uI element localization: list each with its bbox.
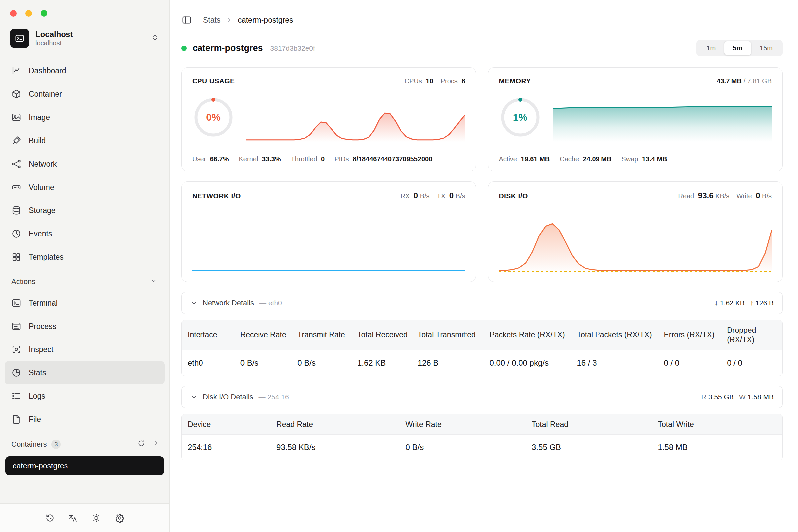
- close-button[interactable]: [10, 10, 17, 17]
- network-details-table: Interface Receive Rate Transmit Rate Tot…: [181, 320, 783, 376]
- sidebar: Localhost localhost Dashboard Container …: [0, 0, 170, 532]
- tx-unit: B/s: [456, 192, 465, 200]
- container-id: 3817d3b32e0f: [270, 44, 315, 52]
- theme-sun-icon[interactable]: [92, 513, 101, 523]
- cpu-gauge: 0%: [192, 96, 235, 139]
- refresh-icon[interactable]: [137, 439, 145, 449]
- cpu-footer-stats: User:66.7% Kernel:33.3% Throttled:0 PIDs…: [192, 155, 465, 163]
- host-switcher[interactable]: Localhost localhost: [10, 28, 159, 48]
- sidebar-item-label: Templates: [28, 253, 63, 262]
- disk-details-toggle[interactable]: Disk I/O Details — 254:16 R3.55 GB W1.58…: [181, 386, 783, 408]
- disk-details-table: Device Read Rate Write Rate Total Read T…: [181, 414, 783, 460]
- disk-details-summary: R3.55 GB W1.58 MB: [701, 393, 774, 401]
- actions-group: Terminal Process Inspect Stats Logs File: [0, 291, 169, 431]
- breadcrumb-current: caterm-postgres: [238, 16, 293, 25]
- chevron-down-icon: [150, 277, 157, 286]
- rx-label: RX:: [400, 192, 411, 200]
- sidebar-item-process[interactable]: Process: [5, 315, 165, 338]
- network-details-subtitle: — eth0: [259, 299, 282, 307]
- build-icon: [11, 136, 21, 146]
- memory-card: MEMORY 43.7 MB / 7.81 GB 1%: [488, 68, 783, 171]
- write-value: 0: [756, 191, 760, 200]
- sidebar-item-events[interactable]: Events: [5, 222, 165, 245]
- sidebar-item-image[interactable]: Image: [5, 106, 165, 129]
- sidebar-item-logs[interactable]: Logs: [5, 384, 165, 407]
- settings-gear-icon[interactable]: [115, 513, 125, 523]
- container-icon: [11, 89, 21, 99]
- sidebar-item-label: Inspect: [28, 345, 53, 354]
- main-content: Stats caterm-postgres caterm-postgres 38…: [170, 0, 798, 532]
- disk-io-sparkline: [499, 206, 772, 274]
- sidebar-item-storage[interactable]: Storage: [5, 199, 165, 222]
- sidebar-item-build[interactable]: Build: [5, 129, 165, 152]
- network-details-toggle[interactable]: Network Details — eth0 ↓ 1.62 KB ↑ 126 B: [181, 292, 783, 314]
- sidebar-toggle-icon[interactable]: [181, 15, 192, 25]
- tx-value: 0: [449, 191, 454, 200]
- zoom-button[interactable]: [41, 10, 47, 17]
- topbar: Stats caterm-postgres: [181, 13, 783, 27]
- memory-used: 43.7 MB: [717, 77, 742, 85]
- sidebar-item-label: Build: [28, 136, 45, 145]
- chevron-right-icon[interactable]: [152, 439, 160, 449]
- dashboard-icon: [11, 66, 21, 76]
- read-unit: KB/s: [715, 192, 729, 200]
- window-controls: [0, 0, 169, 17]
- sidebar-item-templates[interactable]: Templates: [5, 245, 165, 269]
- sidebar-item-container[interactable]: Container: [5, 82, 165, 106]
- rx-total: ↓ 1.62 KB: [715, 299, 745, 307]
- read-label: Read:: [678, 192, 696, 200]
- card-title: MEMORY: [499, 77, 531, 85]
- sidebar-item-volume[interactable]: Volume: [5, 175, 165, 199]
- status-running-dot: [181, 45, 187, 51]
- sidebar-item-label: Volume: [28, 183, 54, 192]
- storage-icon: [11, 206, 21, 215]
- sidebar-item-label: File: [28, 415, 41, 424]
- history-icon[interactable]: [45, 513, 55, 523]
- table-header-row: Device Read Rate Write Rate Total Read T…: [182, 414, 782, 435]
- procs-value: 8: [461, 77, 465, 85]
- host-icon: [10, 28, 29, 48]
- read-value: 93.6: [698, 191, 714, 200]
- cpus-label: CPUs:: [405, 77, 424, 85]
- breadcrumb-section[interactable]: Stats: [203, 16, 221, 25]
- sidebar-item-terminal[interactable]: Terminal: [5, 291, 165, 315]
- memory-footer-stats: Active:19.61 MB Cache:24.09 MB Swap:13.4…: [499, 155, 772, 163]
- sidebar-item-file[interactable]: File: [5, 407, 165, 431]
- write-label: Write:: [737, 192, 754, 200]
- sidebar-item-label: Container: [28, 90, 62, 99]
- card-title: DISK I/O: [499, 192, 528, 200]
- card-title: NETWORK I/O: [192, 192, 241, 200]
- network-details-summary: ↓ 1.62 KB ↑ 126 B: [715, 299, 774, 307]
- cpu-gauge-value: 0%: [192, 96, 235, 139]
- sidebar-item-dashboard[interactable]: Dashboard: [5, 59, 165, 82]
- terminal-icon: [11, 298, 21, 308]
- sidebar-item-inspect[interactable]: Inspect: [5, 338, 165, 361]
- translate-icon[interactable]: [69, 513, 78, 523]
- sidebar-item-stats[interactable]: Stats: [5, 361, 165, 384]
- containers-label: Containers: [11, 440, 46, 449]
- sidebar-item-network[interactable]: Network: [5, 152, 165, 175]
- sidebar-item-label: Events: [28, 229, 52, 239]
- sidebar-nav: Dashboard Container Image Build Network …: [0, 59, 169, 269]
- range-5m-button[interactable]: 5m: [724, 41, 751, 55]
- disk-io-card: DISK I/O Read:93.6 KB/s Write:0 B/s: [488, 181, 783, 282]
- templates-icon: [11, 252, 21, 262]
- memory-sparkline: [553, 92, 772, 142]
- memory-gauge-value: 1%: [499, 96, 542, 139]
- container-list-item-selected[interactable]: caterm-postgres: [5, 456, 164, 475]
- table-row: 254:16 93.58 KB/s 0 B/s 3.55 GB 1.58 MB: [182, 435, 782, 460]
- table-row: eth0 0 B/s 0 B/s 1.62 KB 126 B 0.00 / 0.…: [182, 350, 782, 376]
- volume-icon: [11, 182, 21, 192]
- range-15m-button[interactable]: 15m: [751, 41, 781, 55]
- write-unit: B/s: [762, 192, 772, 200]
- sidebar-item-label: Process: [28, 322, 56, 331]
- file-icon: [11, 414, 21, 424]
- minimize-button[interactable]: [25, 10, 32, 17]
- actions-section-header[interactable]: Actions: [5, 272, 165, 291]
- breadcrumb: Stats caterm-postgres: [203, 16, 293, 25]
- sidebar-item-label: Network: [28, 159, 57, 169]
- table-header-row: Interface Receive Rate Transmit Rate Tot…: [182, 320, 782, 350]
- range-1m-button[interactable]: 1m: [698, 41, 724, 55]
- network-icon: [11, 159, 21, 169]
- network-io-sparkline: [192, 206, 465, 274]
